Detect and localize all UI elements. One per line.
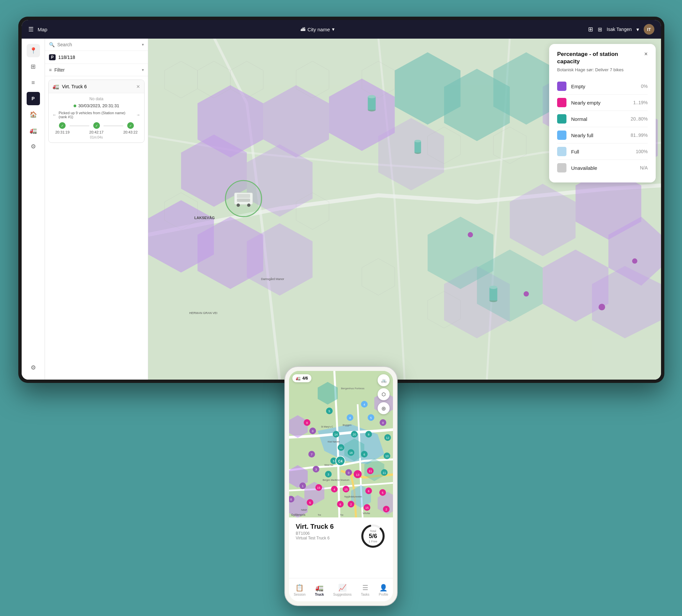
svg-text:Tre: Tre [340,514,343,516]
left-panel: 🔍 ▾ P 118/118 ≡ Filter ▾ 🚛 Virt. Truck 6 [45,39,148,380]
svg-point-52 [247,203,250,207]
sidebar-icon-home[interactable]: 🏠 [27,108,40,121]
top-bar-left: ☰ Map [28,26,47,33]
nav-item-tasks[interactable]: ☰ Tasks [361,584,370,596]
phone-map-background: 0 1 5 0 0 7 3 15 5 14 11 5 3 4 6 [289,371,393,518]
svg-point-43 [468,232,473,237]
svg-text:St Mary's C: St Mary's C [321,426,333,428]
nav-item-profile[interactable]: 👤 Profile [379,584,388,596]
sidebar-icon-grid[interactable]: ⊞ [27,60,40,73]
legend-panel: Percentage - of station capacity × Botan… [549,44,656,182]
sidebar: 📍 ⊞ ≡ P 🏠 🚛 ⚙ ⚙ [22,39,45,380]
suggestions-nav-icon: 📈 [338,584,347,592]
sidebar-icon-truck[interactable]: 🚛 [27,124,40,137]
map-area[interactable]: LAKSEVÅG Damsgård Manor HERMAN GRAN VEI … [148,39,661,380]
svg-text:6: 6 [368,489,369,493]
phone-truck-desc: Virtual Test Truck 6 [296,536,334,541]
svg-text:13: 13 [356,473,359,477]
timeline-time-1: 20:31:19 [55,130,70,134]
pickup-text: Picked up 9 vehicles from (Station name)… [59,111,134,119]
top-bar-right: ⊞ ⊞ Isak Tangen ▾ IT [588,24,654,35]
legend-label-unavailable: Unavailable [571,165,635,171]
city-selector[interactable]: 🏙 City name ▾ [301,26,335,32]
legend-item-empty: Empty 0% [557,78,648,95]
session-nav-label: Session [294,593,306,596]
timeline-sub-2: 01m:04s [90,136,103,139]
svg-point-39 [415,140,421,142]
tablet-device: ☰ Map 🏙 City name ▾ ⊞ ⊞ Isak Tangen ▾ IT… [18,17,664,383]
qr-icon[interactable]: ⊞ [588,26,593,33]
vehicle-header: 🚛 Virt. Truck 6 ✕ [49,80,144,93]
sidebar-icon-gear[interactable]: ⚙ [27,140,40,153]
legend-close-button[interactable]: × [644,51,648,58]
nav-item-session[interactable]: 📋 Session [294,584,306,596]
sidebar-icon-settings[interactable]: ⚙ [27,361,40,374]
ring-free-label: 1 Free [369,540,377,543]
svg-text:West No: West No [324,464,333,466]
timeline-dot-3: ✓ [127,122,134,129]
location-control-button[interactable]: ◎ [378,402,390,414]
svg-text:Tre: Tre [318,514,321,516]
legend-label-nearly-empty: Nearly empty [571,100,629,106]
legend-item-nearly-full: Nearly full 81..99% [557,127,648,143]
layers-control-button[interactable]: ⬡ [378,388,390,400]
legend-item-full: Full 100% [557,143,648,160]
svg-text:11: 11 [369,470,372,473]
svg-point-44 [523,291,529,297]
menu-icon[interactable]: ☰ [28,26,33,33]
phone-map[interactable]: 0 1 5 0 0 7 3 15 5 14 11 5 3 4 6 [289,371,393,518]
svg-rect-35 [368,96,376,110]
timeline-step-3: ✓ 20:43:22 [123,122,138,134]
svg-text:Gyldenpris: Gyldenpris [291,513,306,517]
timestamp-text: 30/03/2023, 20:31:31 [78,103,119,108]
tasks-nav-label: Tasks [361,593,370,596]
legend-color-unavailable [557,163,566,173]
svg-text:5: 5 [328,410,330,413]
avatar[interactable]: IT [644,24,654,35]
sidebar-icon-parking[interactable]: P [27,92,40,105]
legend-label-normal: Normal [571,116,626,122]
grid-icon[interactable]: ⊞ [598,26,602,32]
profile-nav-label: Profile [379,593,388,596]
session-nav-icon: 📋 [295,584,304,592]
vehicle-content: No data 30/03/2023, 20:31:31 ← Picked up… [49,93,144,142]
svg-rect-49 [237,194,250,198]
phone-map-controls: 🚲 ⬡ ◎ [378,374,390,414]
status-dot [74,105,76,107]
svg-text:1: 1 [302,484,303,488]
search-chevron-icon: ▾ [142,42,144,47]
svg-text:C4: C4 [338,459,343,463]
phone-nav: 📋 Session 🚛 Truck 📈 Suggestions ☰ Tasks … [289,578,393,601]
svg-point-51 [237,203,240,207]
timeline-dot-1: ✓ [59,122,66,129]
truck-nav-icon: 🚛 [315,584,324,592]
legend-label-empty: Empty [571,84,636,89]
svg-text:6: 6 [363,453,365,456]
nav-item-truck[interactable]: 🚛 Truck [315,584,324,596]
legend-pct-full: 100% [636,149,648,154]
search-input[interactable] [57,42,139,47]
filter-icon: ≡ [49,67,52,73]
no-data-label: No data [53,96,140,101]
truck-icon-badge: 🚛 [296,376,301,381]
phone-screen: 0 1 5 0 0 7 3 15 5 14 11 5 3 4 6 [289,371,393,601]
phone-truck-name: Virt. Truck 6 [296,523,334,530]
svg-text:4: 4 [349,416,351,419]
tablet-screen: ☰ Map 🏙 City name ▾ ⊞ ⊞ Isak Tangen ▾ IT… [22,20,661,380]
user-name: Isak Tangen [607,27,632,32]
truck-count-badge: 🚛 4/6 [292,374,311,382]
bike-control-button[interactable]: 🚲 [378,374,390,386]
phone-device: 0 1 5 0 0 7 3 15 5 14 11 5 3 4 6 [285,366,397,606]
legend-pct-normal: 20..80% [631,116,648,121]
sidebar-icon-filter[interactable]: ≡ [27,76,40,89]
filter-row[interactable]: ≡ Filter ▾ [45,64,148,76]
svg-text:5: 5 [309,501,311,504]
legend-item-unavailable: Unavailable N/A [557,160,648,176]
legend-pct-empty: 0% [641,84,648,89]
svg-text:10: 10 [385,455,389,458]
legend-pct-unavailable: N/A [640,165,648,170]
sidebar-icon-location[interactable]: 📍 [27,44,40,57]
vehicle-close-button[interactable]: ✕ [136,84,140,89]
pickup-row: ← Picked up 9 vehicles from (Station nam… [53,111,140,119]
nav-item-suggestions[interactable]: 📈 Suggestions [333,584,352,596]
